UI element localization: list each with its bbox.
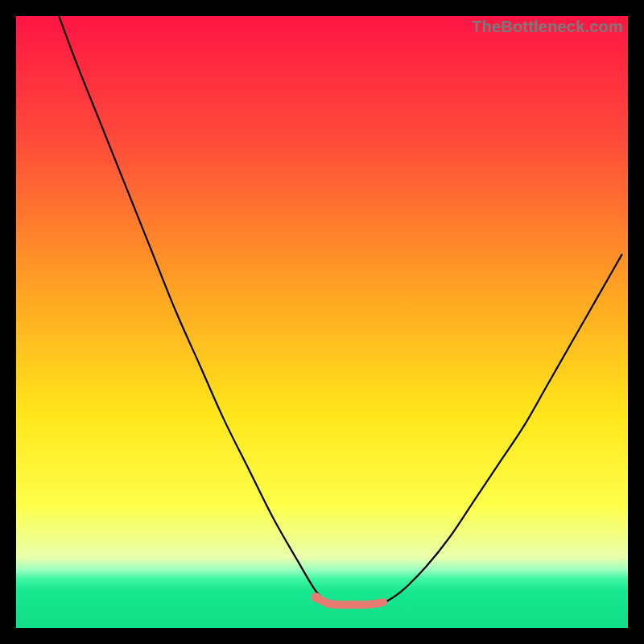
watermark-text: TheBottleneck.com bbox=[472, 18, 623, 36]
marker-left-dot bbox=[311, 592, 320, 602]
gradient-bg bbox=[16, 16, 628, 628]
chart-plot bbox=[16, 16, 628, 628]
chart-frame: TheBottleneck.com bbox=[16, 16, 628, 628]
